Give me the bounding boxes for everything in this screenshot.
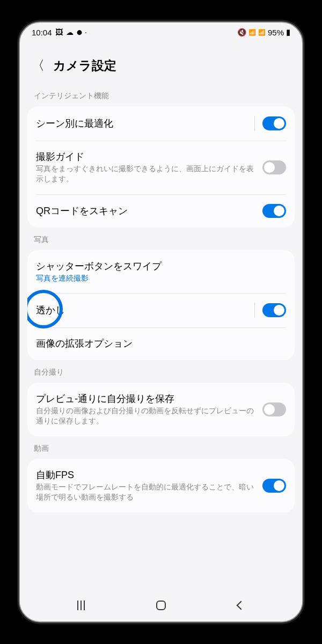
dot-small-icon: • bbox=[85, 30, 87, 35]
battery-icon: ▮ bbox=[286, 27, 290, 37]
toggle-switch[interactable] bbox=[262, 160, 286, 174]
back-button[interactable]: 〈 bbox=[32, 57, 45, 74]
settings-card: 自動FPS動画モードでフレームレートを自動的に最適化することで、暗い場所で明るい… bbox=[27, 459, 295, 513]
row-title: シャッターボタンをスワイプ bbox=[36, 260, 286, 273]
settings-row[interactable]: プレビュ-通りに自分撮りを保存自分撮りの画像および自分撮りの動画を反転せずにプレ… bbox=[27, 383, 295, 436]
toggle-switch[interactable] bbox=[262, 204, 286, 218]
row-main: 透かし bbox=[36, 304, 247, 317]
toggle-switch[interactable] bbox=[262, 303, 286, 317]
toggle-knob bbox=[264, 162, 275, 173]
row-title: QRコードをスキャン bbox=[36, 204, 255, 217]
settings-row[interactable]: シャッターボタンをスワイプ写真を連続撮影 bbox=[27, 250, 295, 293]
back-icon bbox=[236, 601, 245, 610]
toggle-switch[interactable] bbox=[262, 402, 286, 416]
status-bar: 10:04 🖼 ☁ ⬤ • 🔇 📶 📶 95% ▮ bbox=[20, 23, 302, 42]
row-main: シーン別に最適化 bbox=[36, 117, 247, 130]
settings-scroll[interactable]: インテリジェント機能シーン別に最適化撮影ガイド写真をまっすぐきれいに撮影できるよ… bbox=[20, 84, 302, 587]
status-time: 10:04 bbox=[32, 28, 52, 37]
home-icon bbox=[156, 601, 166, 610]
toggle-separator bbox=[254, 116, 255, 131]
toggle-switch[interactable] bbox=[262, 116, 286, 130]
row-main: プレビュ-通りに自分撮りを保存自分撮りの画像および自分撮りの動画を反転せずにプレ… bbox=[36, 392, 255, 427]
section-header: インテリジェント機能 bbox=[20, 84, 302, 106]
section-header: 自分撮り bbox=[20, 360, 302, 383]
settings-row[interactable]: シーン別に最適化 bbox=[27, 106, 295, 141]
toggle-separator bbox=[254, 303, 255, 318]
toggle-switch[interactable] bbox=[262, 479, 286, 493]
nav-bar bbox=[20, 589, 302, 621]
row-link[interactable]: 写真を連続撮影 bbox=[36, 274, 286, 283]
row-title: シーン別に最適化 bbox=[36, 117, 247, 130]
dot-icon: ⬤ bbox=[77, 30, 82, 35]
row-main: QRコードをスキャン bbox=[36, 204, 255, 217]
toggle-knob bbox=[274, 480, 284, 491]
settings-card: シャッターボタンをスワイプ写真を連続撮影透かし画像の拡張オプション bbox=[27, 250, 295, 360]
nav-recents-button[interactable] bbox=[54, 595, 108, 616]
row-main: シャッターボタンをスワイプ写真を連続撮影 bbox=[36, 260, 286, 283]
row-description: 写真をまっすぐきれいに撮影できるように、画面上にガイドを表示します。 bbox=[36, 164, 255, 185]
toggle-knob bbox=[274, 305, 284, 316]
toggle-knob bbox=[274, 206, 284, 216]
row-title: プレビュ-通りに自分撮りを保存 bbox=[36, 392, 255, 405]
settings-row[interactable]: 透かし bbox=[27, 293, 295, 327]
mute-icon: 🔇 bbox=[237, 28, 246, 36]
row-title: 画像の拡張オプション bbox=[36, 337, 286, 350]
row-title: 撮影ガイド bbox=[36, 150, 255, 163]
row-main: 画像の拡張オプション bbox=[36, 337, 286, 350]
section-header: 写真 bbox=[20, 228, 302, 250]
settings-row[interactable]: 自動FPS動画モードでフレームレートを自動的に最適化することで、暗い場所で明るい… bbox=[27, 459, 295, 513]
status-left: 10:04 🖼 ☁ ⬤ • bbox=[32, 28, 86, 37]
settings-row[interactable]: QRコードをスキャン bbox=[27, 194, 295, 228]
row-main: 撮影ガイド写真をまっすぐきれいに撮影できるように、画面上にガイドを表示します。 bbox=[36, 150, 255, 185]
row-description: 動画モードでフレームレートを自動的に最適化することで、暗い場所で明るい動画を撮影… bbox=[36, 482, 255, 503]
row-description: 自分撮りの画像および自分撮りの動画を反転せずにプレビューの通りに保存します。 bbox=[36, 406, 255, 427]
toggle-knob bbox=[264, 404, 275, 415]
toggle-knob bbox=[274, 118, 284, 129]
signal-icon: 📶 bbox=[258, 29, 266, 36]
page-title: カメラ設定 bbox=[53, 57, 116, 74]
row-main: 自動FPS動画モードでフレームレートを自動的に最適化することで、暗い場所で明るい… bbox=[36, 469, 255, 503]
battery-text: 95% bbox=[268, 28, 284, 37]
nav-home-button[interactable] bbox=[134, 595, 188, 616]
wifi-icon: 📶 bbox=[248, 29, 256, 36]
section-header: 動画 bbox=[20, 436, 302, 459]
phone-frame: 10:04 🖼 ☁ ⬤ • 🔇 📶 📶 95% ▮ 〈 カメラ設定 インテリジェ… bbox=[19, 21, 303, 623]
settings-row[interactable]: 撮影ガイド写真をまっすぐきれいに撮影できるように、画面上にガイドを表示します。 bbox=[27, 141, 295, 194]
gallery-icon: 🖼 bbox=[55, 28, 63, 36]
row-title: 自動FPS bbox=[36, 469, 255, 481]
row-title: 透かし bbox=[36, 304, 247, 317]
settings-card: シーン別に最適化撮影ガイド写真をまっすぐきれいに撮影できるように、画面上にガイド… bbox=[27, 106, 295, 228]
settings-row[interactable]: 画像の拡張オプション bbox=[27, 327, 295, 360]
settings-card: プレビュ-通りに自分撮りを保存自分撮りの画像および自分撮りの動画を反転せずにプレ… bbox=[27, 383, 295, 436]
recents-icon bbox=[77, 601, 85, 610]
header: 〈 カメラ設定 bbox=[20, 42, 302, 84]
status-right: 🔇 📶 📶 95% ▮ bbox=[237, 27, 290, 37]
cloud-icon: ☁ bbox=[66, 28, 74, 36]
nav-back-button[interactable] bbox=[214, 595, 268, 616]
